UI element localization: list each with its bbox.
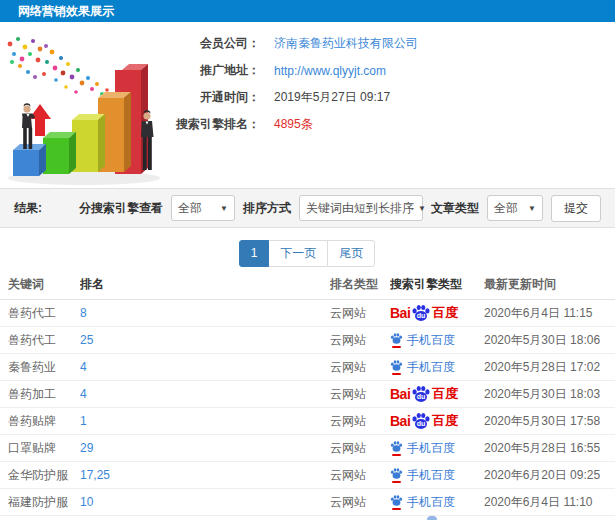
baidu-logo: Baidu百度 bbox=[390, 384, 458, 404]
article-type-label: 文章类型 bbox=[431, 200, 479, 217]
keyword-cell: 兽药代工 bbox=[0, 332, 80, 349]
sort-select[interactable]: 关键词由短到长排序 ▼ bbox=[299, 195, 423, 221]
rank-link[interactable]: 29 bbox=[80, 441, 330, 455]
baidu-paw-icon bbox=[390, 440, 403, 453]
sort-select-value: 关键词由短到长排序 bbox=[306, 200, 414, 217]
engine-select-value: 全部 bbox=[178, 200, 202, 217]
rank-link[interactable]: 10 bbox=[80, 495, 330, 509]
member-company-row: 会员公司： 济南秦鲁药业科技有限公司 bbox=[168, 30, 418, 57]
rank-link[interactable]: 4 bbox=[80, 387, 330, 401]
col-update-time: 最新更新时间 bbox=[484, 276, 615, 293]
svg-text:du: du bbox=[417, 420, 426, 428]
baidu-logo-text: Bai bbox=[390, 386, 410, 402]
up-arrow-icon bbox=[29, 104, 51, 136]
next-page-button[interactable]: 下一页 bbox=[268, 240, 328, 267]
member-company-link[interactable]: 济南秦鲁药业科技有限公司 bbox=[274, 35, 418, 52]
col-rank-type: 排名类型 bbox=[330, 276, 390, 293]
time-cell: 2020年5月30日 17:58 bbox=[484, 413, 615, 430]
mobile-baidu-logo: 手机百度 bbox=[390, 359, 455, 376]
table-row: 金华防护服17,25云网站手机百度2020年6月20日 09:25 bbox=[0, 462, 615, 489]
member-info-fields: 会员公司： 济南秦鲁药业科技有限公司 推广地址： http://www.qlyy… bbox=[168, 30, 418, 138]
engine-rank-label: 搜索引擎排名： bbox=[168, 116, 260, 133]
baidu-paw-icon: du bbox=[411, 303, 431, 323]
table-body: 兽药代工8云网站Baidu百度2020年6月4日 11:15兽药代工25云网站手… bbox=[0, 300, 615, 516]
chart-illustration bbox=[0, 32, 168, 190]
col-engine-type: 搜索引擎类型 bbox=[390, 276, 484, 293]
submit-button[interactable]: 提交 bbox=[551, 195, 601, 222]
rank-link[interactable]: 25 bbox=[80, 333, 330, 347]
rank-link[interactable]: 1 bbox=[80, 414, 330, 428]
keyword-cell: 兽药加工 bbox=[0, 386, 80, 403]
mobile-baidu-paw-icon bbox=[390, 494, 403, 510]
mobile-baidu-paw-icon bbox=[390, 332, 403, 348]
engine-select[interactable]: 全部 ▼ bbox=[171, 195, 235, 221]
baidu-logo-text: Bai bbox=[390, 413, 410, 429]
engine-rank-row: 搜索引擎排名： 4895条 bbox=[168, 111, 418, 138]
mobile-baidu-paw-icon bbox=[390, 359, 403, 375]
time-cell: 2020年5月30日 18:06 bbox=[484, 332, 615, 349]
baidu-paw-icon bbox=[390, 467, 403, 480]
open-time-row: 开通时间： 2019年5月27日 09:17 bbox=[168, 84, 418, 111]
chevron-down-icon: ▼ bbox=[418, 204, 426, 213]
time-cell: 2020年6月4日 11:15 bbox=[484, 305, 615, 322]
page-1-button[interactable]: 1 bbox=[239, 240, 270, 267]
engine-cell: 手机百度 bbox=[390, 440, 484, 457]
table-row: 兽药代工25云网站手机百度2020年5月30日 18:06 bbox=[0, 327, 615, 354]
rank-type-cell: 云网站 bbox=[330, 332, 390, 349]
mobile-baidu-paw-icon bbox=[390, 467, 403, 483]
page-header: 网络营销效果展示 bbox=[0, 0, 615, 22]
engine-cell: Baidu百度 bbox=[390, 303, 484, 323]
table-row: 兽药加工4云网站Baidu百度2020年5月30日 18:03 bbox=[0, 381, 615, 408]
keyword-cell: 金华防护服 bbox=[0, 467, 80, 484]
article-type-select[interactable]: 全部 ▼ bbox=[487, 195, 543, 221]
baidu-logo: Baidu百度 bbox=[390, 411, 458, 431]
engine-cell: Baidu百度 bbox=[390, 411, 484, 431]
confetti-dots bbox=[8, 37, 109, 96]
baidu-logo-text: Bai bbox=[390, 305, 410, 321]
filter-bar: 结果: 分搜索引擎查看 全部 ▼ 排序方式 关键词由短到长排序 ▼ 文章类型 全… bbox=[0, 188, 615, 228]
engine-rank-count: 4895条 bbox=[274, 116, 313, 133]
chevron-down-icon: ▼ bbox=[220, 204, 228, 213]
rank-link[interactable]: 4 bbox=[80, 360, 330, 374]
bar-yellowgreen bbox=[72, 114, 105, 172]
rank-type-cell: 云网站 bbox=[330, 494, 390, 511]
keyword-cell: 兽药代工 bbox=[0, 305, 80, 322]
baidu-paw-icon bbox=[390, 332, 403, 345]
table-row: 秦鲁药业4云网站手机百度2020年5月28日 17:02 bbox=[0, 354, 615, 381]
baidu-logo-cn: 百度 bbox=[432, 304, 458, 322]
keyword-cell: 兽药贴牌 bbox=[0, 413, 80, 430]
rank-type-cell: 云网站 bbox=[330, 440, 390, 457]
baidu-logo-cn: 百度 bbox=[432, 412, 458, 430]
rank-type-cell: 云网站 bbox=[330, 386, 390, 403]
table-row: 福建防护服10云网站手机百度2020年6月4日 11:10 bbox=[0, 489, 615, 516]
chevron-down-icon: ▼ bbox=[528, 204, 536, 213]
rank-type-cell: 云网站 bbox=[330, 413, 390, 430]
mobile-baidu-label: 手机百度 bbox=[407, 440, 455, 457]
keyword-cell: 福建防护服 bbox=[0, 494, 80, 511]
page-title: 网络营销效果展示 bbox=[0, 3, 114, 20]
keyword-cell: 口罩贴牌 bbox=[0, 440, 80, 457]
member-info-section: 会员公司： 济南秦鲁药业科技有限公司 推广地址： http://www.qlyy… bbox=[0, 22, 615, 188]
filter-controls: 分搜索引擎查看 全部 ▼ 排序方式 关键词由短到长排序 ▼ 文章类型 全部 ▼ … bbox=[79, 195, 601, 222]
sort-filter-label: 排序方式 bbox=[243, 200, 291, 217]
rank-link[interactable]: 8 bbox=[80, 306, 330, 320]
baidu-logo-cn: 百度 bbox=[432, 385, 458, 403]
rank-link[interactable]: 17,25 bbox=[80, 468, 330, 482]
mobile-baidu-paw-icon bbox=[390, 440, 403, 456]
table-row: 兽药贴牌1云网站Baidu百度2020年5月30日 17:58 bbox=[0, 408, 615, 435]
svg-text:du: du bbox=[417, 393, 426, 401]
bar-green bbox=[43, 132, 76, 174]
baidu-paw-icon bbox=[390, 359, 403, 372]
promo-url-row: 推广地址： http://www.qlyyjt.com bbox=[168, 57, 418, 84]
time-cell: 2020年6月4日 11:10 bbox=[484, 494, 615, 511]
baidu-paw-icon: du bbox=[411, 384, 431, 404]
last-page-button[interactable]: 尾页 bbox=[327, 240, 375, 267]
table-header: 关键词 排名 排名类型 搜索引擎类型 最新更新时间 bbox=[0, 270, 615, 300]
rank-type-cell: 云网站 bbox=[330, 305, 390, 322]
time-cell: 2020年5月30日 18:03 bbox=[484, 386, 615, 403]
mobile-baidu-label: 手机百度 bbox=[407, 467, 455, 484]
promo-url-link[interactable]: http://www.qlyyjt.com bbox=[274, 64, 386, 78]
table-row: 口罩贴牌29云网站手机百度2020年5月28日 16:55 bbox=[0, 435, 615, 462]
next-row-partial-logo bbox=[427, 516, 439, 520]
result-label: 结果: bbox=[14, 200, 42, 217]
